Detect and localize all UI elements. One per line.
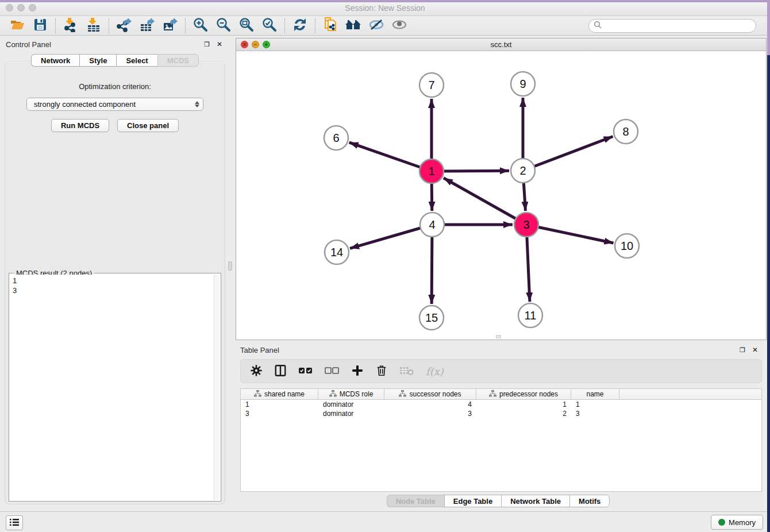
graph-node-4[interactable]: 4 — [420, 213, 444, 237]
mcds-result-text[interactable]: 1 3 — [10, 275, 214, 500]
column-header-name[interactable]: name — [571, 389, 619, 399]
import-network-button[interactable] — [59, 17, 82, 34]
float-panel-icon[interactable]: ❐ — [202, 40, 211, 49]
hierarchy-icon — [329, 390, 337, 399]
tab-mcds[interactable]: MCDS — [157, 54, 199, 67]
canvas-resize-grip[interactable] — [496, 335, 501, 338]
float-table-panel-icon[interactable]: ❐ — [738, 345, 747, 354]
graph-edge-3-10[interactable] — [526, 225, 614, 243]
graph-node-6[interactable]: 6 — [324, 126, 348, 150]
memory-status-icon — [718, 519, 725, 526]
memory-button[interactable]: Memory — [711, 515, 763, 530]
hierarchy-icon — [399, 390, 406, 399]
graph-edge-1-6[interactable] — [349, 142, 432, 171]
optimization-criterion-label: Optimization criterion: — [5, 82, 225, 91]
graph-edge-4-14[interactable] — [350, 225, 432, 248]
tab-node-table[interactable]: Node Table — [387, 495, 444, 507]
unselect-all-checks-button[interactable] — [325, 363, 340, 380]
fx-icon: f(x) — [426, 365, 444, 377]
delete-table-icon — [399, 365, 414, 378]
zoom-fit-button[interactable] — [235, 17, 258, 34]
graph-node-9[interactable]: 9 — [511, 72, 535, 96]
zoom-selected-icon — [262, 17, 277, 34]
graph-edge-2-8[interactable] — [523, 137, 613, 171]
mcds-result-scrollbar[interactable] — [214, 275, 220, 500]
add-row-button[interactable] — [351, 363, 364, 380]
optimization-criterion-dropdown[interactable]: strongly connected component — [26, 98, 203, 111]
search-input[interactable] — [605, 22, 751, 30]
graph-node-1[interactable]: 1 — [419, 159, 444, 183]
open-session-button[interactable] — [6, 17, 29, 34]
network-canvas[interactable]: 7968124314101511 — [236, 51, 766, 340]
graph-node-3[interactable]: 3 — [514, 213, 538, 237]
table-cell: 2 — [476, 409, 571, 418]
table-row[interactable]: 1dominator411 — [241, 400, 761, 409]
eye-icon — [391, 17, 407, 34]
column-header-shared-name[interactable]: shared name — [241, 389, 318, 399]
show-columns-button[interactable] — [274, 363, 287, 380]
refresh-icon — [292, 17, 307, 34]
graph-node-11[interactable]: 11 — [518, 303, 542, 327]
graph-edge-3-1[interactable] — [444, 178, 526, 225]
delete-table-button[interactable] — [399, 363, 414, 380]
table-cell: 1 — [571, 400, 619, 409]
import-table-button[interactable] — [82, 17, 105, 34]
svg-text:14: 14 — [330, 246, 343, 259]
svg-text:11: 11 — [525, 309, 537, 322]
export-table-button[interactable] — [136, 17, 159, 34]
graph-node-15[interactable]: 15 — [419, 306, 444, 330]
close-table-panel-icon[interactable]: ✕ — [750, 345, 760, 354]
svg-text:4: 4 — [429, 218, 435, 231]
hierarchy-icon — [489, 390, 496, 399]
delete-row-button[interactable] — [375, 363, 388, 380]
node-table[interactable]: shared nameMCDS rolesuccessor nodesprede… — [240, 388, 762, 492]
tab-motifs[interactable]: Motifs — [569, 495, 610, 507]
tab-style[interactable]: Style — [79, 54, 116, 67]
table-settings-button[interactable] — [250, 363, 263, 380]
hide-selected-button[interactable] — [365, 17, 388, 34]
table-panel: Table Panel ❐ ✕ — [230, 340, 767, 509]
table-tabs: Node TableEdge TableNetwork TableMotifs — [230, 495, 767, 507]
run-mcds-button[interactable]: Run MCDS — [51, 119, 109, 132]
table-toolbar: f(x) — [240, 359, 762, 383]
memory-label: Memory — [729, 518, 756, 527]
tab-select[interactable]: Select — [116, 54, 157, 67]
network-window-titlebar[interactable]: × − + scc.txt — [236, 38, 766, 51]
save-session-button[interactable] — [29, 17, 52, 34]
zoom-fit-icon — [239, 17, 254, 34]
zoom-in-button[interactable] — [189, 17, 212, 34]
table-row[interactable]: 3dominator323 — [241, 409, 761, 418]
panel-splitter-handle[interactable] — [228, 261, 232, 271]
graph-node-14[interactable]: 14 — [325, 240, 349, 264]
toolbar-separator — [109, 18, 109, 33]
new-network-from-selection-button[interactable] — [319, 17, 342, 34]
function-builder-button[interactable]: f(x) — [426, 363, 444, 380]
save-floppy-icon — [33, 17, 48, 34]
close-panel-icon[interactable]: ✕ — [215, 40, 224, 49]
task-history-button[interactable] — [6, 515, 23, 530]
tab-network-table[interactable]: Network Table — [501, 495, 569, 507]
first-neighbors-button[interactable] — [342, 17, 365, 34]
refresh-button[interactable] — [288, 17, 311, 34]
show-all-button[interactable] — [388, 17, 411, 34]
plus-icon — [351, 364, 364, 379]
control-panel-tabs: NetworkStyleSelectMCDS — [0, 54, 230, 67]
graph-node-10[interactable]: 10 — [615, 234, 639, 258]
control-panel: Control Panel ❐ ✕ NetworkStyleSelectMCDS… — [0, 36, 230, 509]
zoom-out-button[interactable] — [212, 17, 235, 34]
graph-node-7[interactable]: 7 — [419, 73, 444, 97]
graph-node-2[interactable]: 2 — [511, 159, 535, 183]
table-panel-title: Table Panel — [240, 346, 279, 354]
close-panel-button[interactable]: Close panel — [117, 119, 179, 132]
tab-network[interactable]: Network — [31, 54, 79, 67]
column-header-MCDS-role[interactable]: MCDS role — [318, 389, 384, 399]
search-field[interactable] — [588, 19, 756, 33]
graph-node-8[interactable]: 8 — [614, 119, 638, 144]
column-header-predecessor-nodes[interactable]: predecessor nodes — [476, 389, 571, 399]
zoom-selected-button[interactable] — [258, 17, 281, 34]
select-all-checks-button[interactable] — [298, 363, 313, 380]
export-network-button[interactable] — [113, 17, 136, 34]
tab-edge-table[interactable]: Edge Table — [444, 495, 501, 507]
column-header-successor-nodes[interactable]: successor nodes — [384, 389, 476, 399]
export-image-button[interactable] — [159, 17, 182, 34]
